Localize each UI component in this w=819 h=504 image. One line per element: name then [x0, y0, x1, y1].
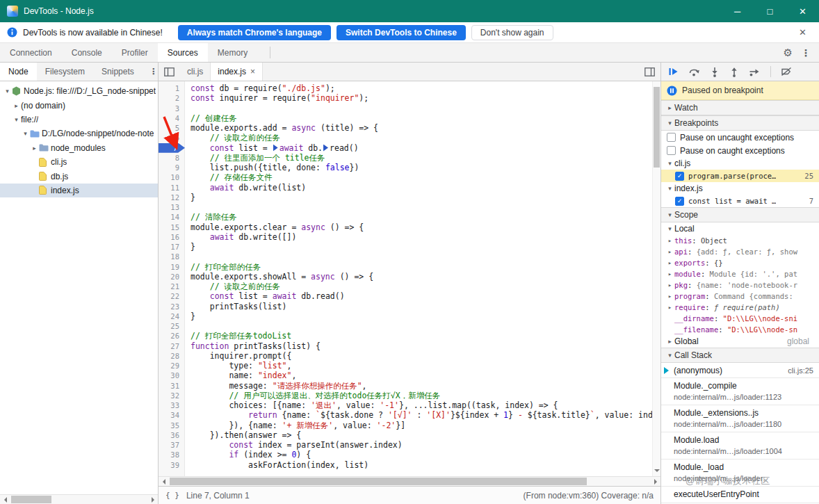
line-number[interactable]: 38 [159, 450, 185, 460]
maximize-button[interactable]: □ [754, 0, 786, 22]
tab-memory[interactable]: Memory [208, 43, 257, 62]
tree-item-node-modules[interactable]: ▸node_modules [0, 141, 158, 155]
scope-property-this[interactable]: ▸this: Object [661, 235, 819, 246]
scroll-left-icon[interactable] [159, 477, 168, 486]
chevron-right-icon[interactable]: ▸ [665, 293, 674, 300]
chevron-right-icon[interactable]: ▸ [665, 270, 674, 277]
line-number[interactable]: 36 [159, 430, 185, 440]
chevron-right-icon[interactable]: ▸ [665, 237, 674, 244]
line-number[interactable]: 25 [159, 321, 185, 331]
line-number[interactable]: 35 [159, 421, 185, 430]
line-number[interactable]: 34 [159, 410, 185, 420]
call-stack-frame[interactable]: Module.loadnode:internal/m…js/loader:100… [661, 432, 819, 460]
debugger-toggle-icon[interactable] [639, 63, 660, 81]
breakpoint-group-cli-js[interactable]: ▾cli.js [661, 157, 819, 170]
line-number[interactable]: 20 [159, 272, 185, 282]
call-stack-frame[interactable]: executeUserEntryPoint [661, 487, 819, 503]
tab-sources[interactable]: Sources [158, 43, 208, 62]
editor-horizontal-scrollbar[interactable] [159, 476, 660, 486]
line-number[interactable]: 31 [159, 381, 185, 391]
settings-icon[interactable]: ⚙ [784, 47, 793, 59]
pretty-print-icon[interactable]: { } [165, 491, 179, 500]
line-number[interactable]: 17 [159, 242, 185, 252]
tab-connection[interactable]: Connection [0, 43, 62, 62]
scroll-down-icon[interactable] [654, 465, 660, 475]
chevron-right-icon[interactable]: ▸ [665, 338, 674, 345]
step-icon[interactable] [749, 67, 761, 76]
sidebar-horizontal-scrollbar[interactable] [0, 494, 158, 504]
more-menu-icon[interactable]: ⋮ [801, 47, 811, 58]
code-editor[interactable]: 1const db = require("./db.js");2const in… [159, 83, 652, 470]
line-number[interactable]: 26 [159, 331, 185, 341]
line-number[interactable]: 18 [159, 252, 185, 261]
line-number[interactable]: 13 [159, 202, 185, 212]
line-number[interactable]: 12 [159, 193, 185, 202]
chevron-down-icon[interactable]: ▾ [665, 160, 674, 167]
pause-toggle-pause-on-caught-exceptions[interactable]: Pause on caught exceptions [661, 144, 819, 157]
scroll-right-icon[interactable] [651, 477, 660, 486]
chevron-right-icon[interactable]: ▸ [665, 259, 674, 266]
notification-close-icon[interactable]: ✕ [793, 27, 812, 38]
editor-vertical-scrollbar[interactable] [652, 81, 660, 476]
chevron-right-icon[interactable]: ▸ [30, 145, 39, 152]
line-number[interactable]: 33 [159, 400, 185, 410]
call-stack-section-header[interactable]: ▾Call Stack [661, 348, 819, 363]
line-number[interactable]: 19 [159, 262, 185, 272]
tab-console[interactable]: Console [62, 43, 112, 62]
editor-tab-cli-js[interactable]: cli.js [180, 63, 211, 81]
checkbox[interactable] [667, 146, 676, 155]
line-number[interactable]: 28 [159, 351, 185, 361]
line-number[interactable]: 16 [159, 232, 185, 242]
chevron-down-icon[interactable]: ▾ [21, 130, 30, 137]
checkbox[interactable]: ✓ [675, 197, 684, 206]
chevron-down-icon[interactable]: ▾ [3, 88, 12, 95]
scope-property-program[interactable]: ▸program: Command {commands: [661, 291, 819, 302]
breakpoint-entry[interactable]: ✓const list = await …7 [661, 195, 819, 207]
switch-to-chinese-button[interactable]: Switch DevTools to Chinese [336, 25, 466, 40]
chevron-down-icon[interactable]: ▾ [665, 225, 674, 232]
tree-item-cli-js[interactable]: cli.js [0, 155, 158, 169]
checkbox[interactable]: ✓ [675, 172, 684, 181]
navigator-toggle-icon[interactable] [159, 63, 180, 81]
tree-item-node-js-file-d-lg-node-snippet[interactable]: ▾Node.js: file:///D:/_LG_node-snippet [0, 84, 158, 98]
tree-item-no-domain[interactable]: ▸(no domain) [0, 98, 158, 112]
line-number[interactable]: 10 [159, 172, 185, 182]
chevron-right-icon[interactable]: ▸ [665, 282, 674, 288]
line-number[interactable]: 24 [159, 311, 185, 321]
scrollbar-thumb[interactable] [170, 478, 587, 485]
line-number[interactable]: 30 [159, 371, 185, 380]
scroll-left-icon[interactable] [0, 495, 10, 504]
inline-breakpoint-icon[interactable] [273, 145, 278, 152]
line-number[interactable]: 37 [159, 440, 185, 450]
line-number[interactable]: 39 [159, 460, 185, 470]
editor-tab-index-js[interactable]: index.js× [211, 63, 263, 81]
deactivate-breakpoints-icon[interactable] [781, 67, 792, 76]
tree-item-d-lg-node-snippet-node-note[interactable]: ▾D:/LG/node-snippet/node-note [0, 127, 158, 140]
resume-icon[interactable] [668, 67, 679, 76]
chevron-right-icon[interactable]: ▸ [665, 248, 674, 255]
line-number[interactable]: 9 [159, 163, 185, 172]
chevron-right-icon[interactable]: ▸ [12, 102, 21, 109]
scope-section-header[interactable]: ▾Scope [661, 207, 819, 222]
chevron-down-icon[interactable]: ▾ [12, 116, 21, 123]
dont-show-again-button[interactable]: Don't show again [471, 25, 553, 40]
line-number[interactable]: 2 [159, 93, 185, 103]
scope-group-local[interactable]: ▾Local [661, 222, 819, 235]
call-stack-frame[interactable]: (anonymous)cli.js:25 [661, 363, 819, 378]
scope-property-pkg[interactable]: ▸pkg: {name: 'node-notebook-r [661, 279, 819, 291]
scope-group-global[interactable]: ▸Globalglobal [661, 335, 819, 348]
minimize-button[interactable]: ─ [721, 0, 754, 22]
step-over-icon[interactable] [688, 67, 700, 76]
tree-item-index-js[interactable]: index.js [0, 184, 158, 197]
scope-property-filename[interactable]: __filename: "D:\\LG\\node-sn [661, 324, 819, 335]
tab-close-icon[interactable]: × [250, 67, 255, 76]
close-button[interactable]: ✕ [786, 0, 819, 22]
scope-property-exports[interactable]: ▸exports: {} [661, 257, 819, 268]
line-number[interactable]: 11 [159, 183, 185, 193]
scrollbar-thumb[interactable] [654, 87, 660, 168]
call-stack-frame[interactable]: Module._compilenode:internal/m…js/loader… [661, 378, 819, 405]
chevron-right-icon[interactable]: ▸ [665, 304, 674, 311]
line-number[interactable]: 23 [159, 302, 185, 311]
breakpoint-entry[interactable]: ✓program.parse(proce…25 [661, 170, 819, 182]
tree-item-file[interactable]: ▾file:// [0, 113, 158, 127]
